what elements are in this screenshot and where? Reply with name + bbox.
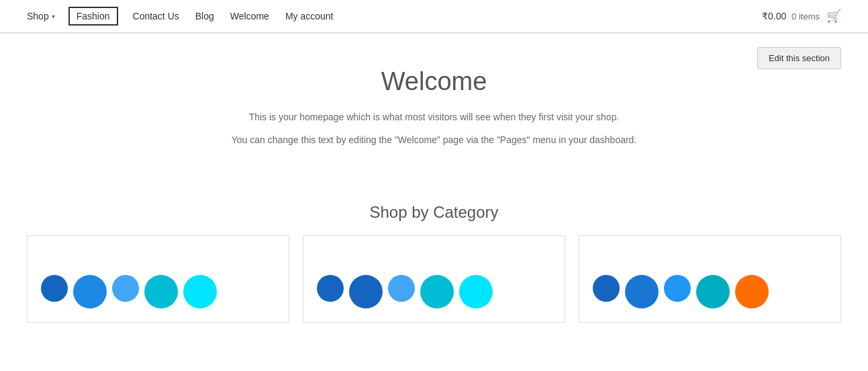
edit-section-button[interactable]: Edit this section xyxy=(757,47,841,69)
category-dot xyxy=(112,275,139,302)
category-dot xyxy=(420,275,454,308)
nav-myaccount[interactable]: My account xyxy=(284,8,335,24)
welcome-text-1: This is your homepage which is what most… xyxy=(27,110,841,124)
shop-label: Shop xyxy=(27,11,49,22)
category-title: Shop by Category xyxy=(27,203,841,222)
main-nav: Shop ▾ Fashion Contact Us Blog Welcome M… xyxy=(27,7,334,26)
nav-welcome[interactable]: Welcome xyxy=(229,8,271,24)
category-dot xyxy=(317,275,344,302)
category-dot xyxy=(41,275,68,302)
category-card-3[interactable] xyxy=(579,235,841,323)
nav-blog[interactable]: Blog xyxy=(194,8,215,24)
welcome-section: Welcome This is your homepage which is w… xyxy=(27,54,841,183)
category-card-1[interactable] xyxy=(27,235,289,323)
category-dot xyxy=(183,275,217,308)
welcome-text-2: You can change this text by editing the … xyxy=(27,132,841,147)
category-dot xyxy=(73,275,107,308)
site-header: Shop ▾ Fashion Contact Us Blog Welcome M… xyxy=(0,0,868,33)
category-card-2[interactable] xyxy=(303,235,565,323)
category-dot xyxy=(664,275,691,302)
cart-area: ₹0.00 0 items 🛒 xyxy=(762,9,841,24)
category-dot xyxy=(696,275,730,308)
nav-shop[interactable]: Shop ▾ xyxy=(27,11,55,22)
category-dot xyxy=(593,275,620,302)
main-content: Edit this section Welcome This is your h… xyxy=(0,34,868,196)
category-section: Shop by Category xyxy=(0,196,868,323)
category-dot xyxy=(144,275,178,308)
category-grid xyxy=(27,235,841,323)
nav-fashion[interactable]: Fashion xyxy=(68,7,118,26)
chevron-down-icon: ▾ xyxy=(52,13,55,20)
cart-amount: ₹0.00 0 items xyxy=(762,11,820,22)
category-dot xyxy=(625,275,659,308)
cart-icon[interactable]: 🛒 xyxy=(826,9,841,24)
nav-contact[interactable]: Contact Us xyxy=(132,8,181,24)
category-dot xyxy=(459,275,493,308)
category-dot xyxy=(349,275,383,308)
category-dot xyxy=(735,275,769,308)
category-dot xyxy=(388,275,415,302)
welcome-title: Welcome xyxy=(27,67,841,96)
